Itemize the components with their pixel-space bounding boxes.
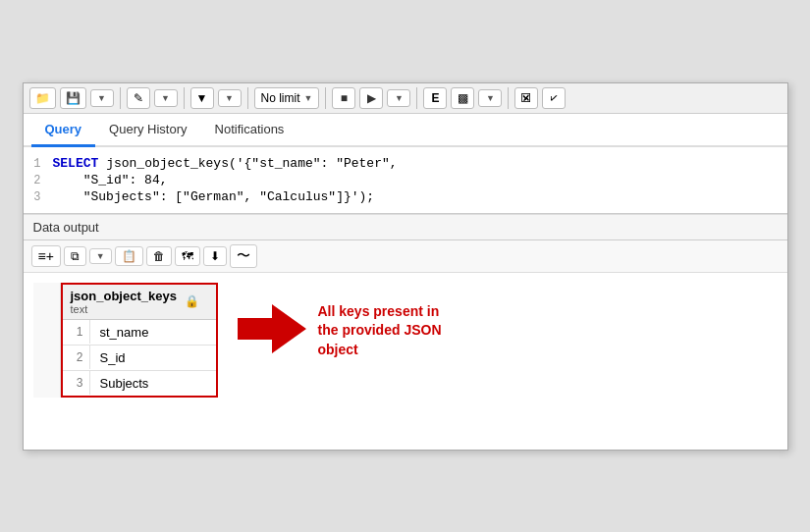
editor-line-2: 2 "S_id": 84,: [24, 172, 787, 188]
filter-dropdown-button[interactable]: ▼: [218, 89, 242, 107]
separator-2: [184, 87, 185, 109]
column-type: text: [71, 303, 177, 315]
column-name: json_object_keys: [71, 289, 177, 303]
editor-line-1: 1 SELECT json_object_keys('{"st_name": "…: [24, 155, 787, 172]
code-text-1: json_object_keys('{"st_name": "Peter",: [106, 156, 397, 171]
edit-button[interactable]: ✎: [127, 87, 150, 109]
line-number-2: 2: [24, 174, 53, 187]
explain-icon: E: [431, 91, 439, 105]
row-value-2: S_id: [90, 346, 135, 370]
chart-icon: ▩: [458, 91, 468, 105]
chevron-down-icon-2: ▼: [161, 93, 170, 103]
add-row-button[interactable]: ≡+: [31, 245, 61, 267]
code-text-2: "S_id": 84,: [53, 173, 168, 187]
save-dropdown-button[interactable]: ▼: [90, 89, 114, 107]
explain-button[interactable]: E: [423, 87, 447, 109]
chevron-down-icon: ▼: [97, 93, 106, 103]
annotation-text: All keys present in the provided JSON ob…: [318, 302, 442, 360]
limit-label: No limit: [261, 91, 300, 105]
separator-3: [247, 87, 248, 109]
separator-6: [508, 87, 509, 109]
limit-chevron-icon: ▼: [304, 93, 313, 103]
tabs: Query Query History Notifications: [24, 114, 787, 147]
separator: [120, 87, 121, 109]
table-row: 2 S_id: [63, 346, 216, 371]
pencil-icon: ✎: [134, 91, 143, 105]
stop-icon: ■: [341, 91, 348, 105]
save-icon: 💾: [66, 91, 81, 105]
filter-icon: ▼: [196, 91, 208, 105]
results-table: json_object_keys text 🔒 1 st_name 2 S_id: [61, 283, 218, 398]
play-icon: ▶: [367, 91, 376, 105]
table-row: 1 st_name: [63, 320, 216, 346]
table-row: 3 Subjects: [63, 371, 216, 396]
graph-button[interactable]: 〜: [230, 244, 257, 268]
limit-dropdown[interactable]: No limit ▼: [254, 87, 320, 109]
paste-button[interactable]: 📋: [115, 246, 143, 266]
filter-button[interactable]: ▼: [190, 87, 214, 109]
database2-icon: 🗸: [548, 91, 560, 105]
results-area: json_object_keys text 🔒 1 st_name 2 S_id: [24, 273, 787, 450]
download-button[interactable]: ⬇: [203, 246, 227, 266]
tab-notifications[interactable]: Notifications: [201, 114, 298, 147]
database-icon: 🗷: [520, 91, 532, 105]
run-dropdown-button[interactable]: ▼: [387, 89, 410, 107]
toolbar: 📁 💾 ▼ ✎ ▼ ▼ ▼ No limit ▼ ■ ▶: [24, 83, 787, 114]
separator-4: [325, 87, 326, 109]
results-table-wrapper: json_object_keys text 🔒 1 st_name 2 S_id: [33, 283, 218, 398]
tab-query-history[interactable]: Query History: [95, 114, 200, 147]
row-value-3: Subjects: [90, 371, 159, 396]
open-folder-button[interactable]: 📁: [29, 87, 56, 109]
table-header: json_object_keys text 🔒: [63, 285, 216, 320]
line-number-1: 1: [24, 157, 53, 171]
row-value-1: st_name: [90, 320, 159, 345]
save-button[interactable]: 💾: [60, 87, 86, 109]
db-save-button[interactable]: 🗺: [175, 246, 200, 266]
copy-dropdown-button[interactable]: ▼: [89, 248, 112, 264]
db-manage-button[interactable]: 🗸: [542, 87, 566, 109]
keyword-select: SELECT: [53, 156, 99, 171]
main-window: 📁 💾 ▼ ✎ ▼ ▼ ▼ No limit ▼ ■ ▶: [23, 82, 788, 451]
chart-button[interactable]: ▩: [451, 87, 474, 109]
arrow-icon: [238, 304, 306, 356]
data-toolbar: ≡+ ⧉ ▼ 📋 🗑 🗺 ⬇ 〜: [24, 240, 787, 273]
chevron-down-icon-5: ▼: [486, 93, 495, 103]
separator-5: [416, 87, 417, 109]
chevron-down-icon-4: ▼: [395, 93, 404, 103]
data-output-section-label: Data output: [24, 214, 787, 240]
svg-marker-0: [238, 304, 306, 353]
editor-line-3: 3 "Subjects": ["German", "Calculus"]}');: [24, 188, 787, 205]
copy-chevron-icon: ▼: [96, 251, 105, 261]
run-button[interactable]: ▶: [359, 87, 383, 109]
line-number-3: 3: [24, 190, 53, 204]
folder-icon: 📁: [35, 91, 50, 105]
lock-icon: 🔒: [185, 294, 199, 308]
row-num-2: 2: [63, 346, 90, 369]
tab-query[interactable]: Query: [31, 114, 96, 147]
delete-button[interactable]: 🗑: [146, 246, 172, 266]
db-connect-button[interactable]: 🗷: [514, 87, 538, 109]
annotation-area: All keys present in the provided JSON ob…: [238, 302, 442, 360]
stop-button[interactable]: ■: [332, 87, 355, 109]
code-text-3: "Subjects": ["German", "Calculus"]}');: [53, 189, 375, 204]
copy-button[interactable]: ⧉: [64, 246, 86, 266]
sql-editor[interactable]: 1 SELECT json_object_keys('{"st_name": "…: [24, 147, 787, 214]
row-num-3: 3: [63, 371, 90, 395]
edit-dropdown-button[interactable]: ▼: [154, 89, 178, 107]
row-num-1: 1: [63, 320, 90, 344]
chevron-down-icon-3: ▼: [225, 93, 234, 103]
chart-dropdown-button[interactable]: ▼: [478, 89, 502, 107]
